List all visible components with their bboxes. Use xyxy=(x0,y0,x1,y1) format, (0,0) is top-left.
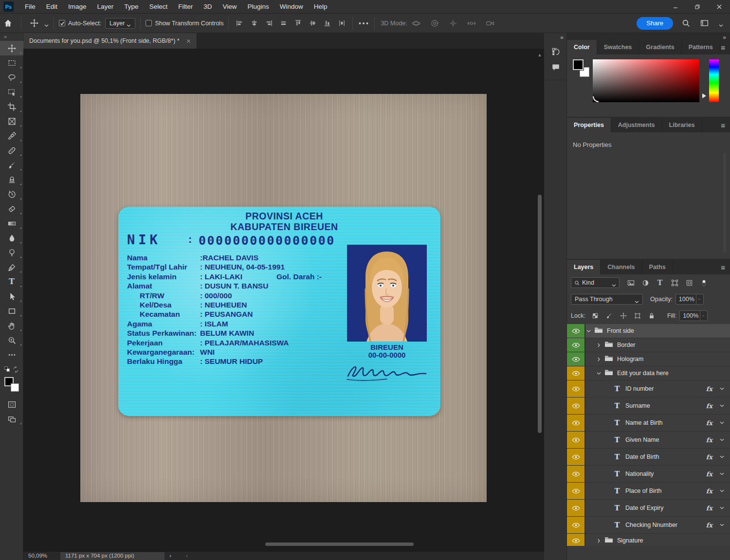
chevron-down-icon[interactable] xyxy=(44,22,49,25)
lock-all-icon[interactable] xyxy=(647,311,657,321)
vertical-scrollbar[interactable]: ▲ xyxy=(537,54,542,541)
layer-name[interactable]: Hologram xyxy=(617,356,643,362)
zoom-level-value[interactable]: 50,09% xyxy=(28,553,47,559)
hand-tool[interactable] xyxy=(0,318,23,333)
history-panel-icon[interactable] xyxy=(544,44,567,59)
lock-move-icon[interactable] xyxy=(619,311,628,321)
3d-slide-icon[interactable] xyxy=(466,18,477,29)
move-tool-preset-icon[interactable] xyxy=(26,19,42,27)
layer-row[interactable]: TNationalityfx xyxy=(567,466,730,483)
layer-name[interactable]: Signature xyxy=(617,537,643,544)
share-button[interactable]: Share xyxy=(637,17,673,30)
filter-shape-icon[interactable] xyxy=(669,277,680,288)
document-image[interactable]: PROVINSI ACEH KABUPATEN BIREUEN NIK : 00… xyxy=(80,94,487,502)
layer-name[interactable]: ID number xyxy=(625,385,654,392)
object-selection-tool[interactable] xyxy=(0,85,23,99)
layer-effects-badge[interactable]: fx xyxy=(706,402,712,410)
default-colors-icon[interactable] xyxy=(4,366,11,375)
search-icon[interactable] xyxy=(680,18,692,29)
layer-row[interactable]: Border xyxy=(567,338,730,352)
align-center-h-icon[interactable] xyxy=(248,18,260,29)
panel-menu-icon[interactable]: ≡ xyxy=(721,121,725,129)
layer-visibility-toggle[interactable] xyxy=(567,324,585,338)
tab-patterns[interactable]: Patterns xyxy=(682,40,720,54)
layer-name[interactable]: Date of Birth xyxy=(625,453,659,460)
vertical-scroll-thumb[interactable] xyxy=(538,195,542,433)
hue-slider[interactable] xyxy=(709,59,719,102)
filter-adjust-icon[interactable] xyxy=(640,277,651,288)
filter-smart-icon[interactable] xyxy=(684,277,694,288)
minimize-button[interactable] xyxy=(664,0,686,13)
eraser-tool[interactable] xyxy=(0,201,23,216)
layer-effects-badge[interactable]: fx xyxy=(706,505,712,512)
layer-effects-badge[interactable]: fx xyxy=(706,419,712,427)
layer-row[interactable]: Edit your data here xyxy=(567,366,730,380)
auto-select-target-dropdown[interactable]: Layer xyxy=(105,18,135,29)
healing-brush-tool[interactable] xyxy=(0,143,23,158)
menu-type[interactable]: Type xyxy=(119,0,144,14)
tab-color[interactable]: Color xyxy=(567,40,597,54)
layer-effects-badge[interactable]: fx xyxy=(706,522,712,529)
layer-row[interactable]: TPlace of Birthfx xyxy=(567,483,730,500)
menu-layer[interactable]: Layer xyxy=(92,0,119,14)
3d-pan-icon[interactable] xyxy=(447,18,459,29)
chevron-down-icon[interactable] xyxy=(720,404,724,407)
layer-effects-badge[interactable]: fx xyxy=(706,385,712,393)
move-tool[interactable] xyxy=(0,41,23,55)
layer-name[interactable]: Front side xyxy=(607,327,634,334)
align-left-icon[interactable] xyxy=(234,18,245,29)
toggle-pin-icon[interactable] xyxy=(698,277,709,288)
layer-visibility-toggle[interactable] xyxy=(567,432,585,448)
layer-effects-badge[interactable]: fx xyxy=(706,470,712,478)
3d-camera-icon[interactable] xyxy=(484,18,496,29)
layer-row[interactable]: Front side xyxy=(567,324,730,338)
layer-name[interactable]: Nationality xyxy=(625,470,654,477)
expand-dock-icon[interactable]: » xyxy=(723,34,726,41)
layer-name[interactable]: Surname xyxy=(625,402,650,409)
path-selection-tool[interactable] xyxy=(0,289,23,304)
chevron-down-icon[interactable] xyxy=(720,489,724,492)
show-transform-checkbox[interactable]: Show Transform Controls xyxy=(146,20,223,27)
layer-effects-badge[interactable]: fx xyxy=(706,488,712,495)
layer-visibility-toggle[interactable] xyxy=(567,500,585,516)
opacity-input[interactable]: 100% xyxy=(675,294,704,305)
tab-channels[interactable]: Channels xyxy=(601,260,642,274)
zoom-tool[interactable] xyxy=(0,333,23,347)
menu-edit[interactable]: Edit xyxy=(41,0,63,14)
layer-row[interactable]: TName at Birthfx xyxy=(567,415,730,432)
chevron-down-icon[interactable] xyxy=(720,387,724,390)
align-right-icon[interactable] xyxy=(263,18,274,29)
menu-view[interactable]: View xyxy=(217,0,242,14)
align-strip-icon[interactable] xyxy=(277,18,289,29)
type-tool[interactable]: T xyxy=(0,274,23,289)
history-brush-tool[interactable] xyxy=(0,187,23,201)
layer-visibility-toggle[interactable] xyxy=(567,483,585,499)
menu-window[interactable]: Window xyxy=(274,0,309,14)
layer-effects-badge[interactable]: fx xyxy=(706,453,712,461)
chevron-down-icon[interactable] xyxy=(720,506,724,509)
panel-scrollbar[interactable] xyxy=(723,153,726,253)
chevron-right-icon[interactable] xyxy=(597,343,602,347)
layer-name[interactable]: Name at Birth xyxy=(625,419,662,426)
menu-filter[interactable]: Filter xyxy=(173,0,198,14)
filter-pixel-icon[interactable] xyxy=(625,277,636,288)
3d-orbit-icon[interactable] xyxy=(410,18,422,29)
swap-colors-icon[interactable] xyxy=(13,366,19,375)
auto-select-checkbox[interactable]: Auto-Select: xyxy=(59,20,101,27)
layer-visibility-toggle[interactable] xyxy=(567,466,585,482)
screen-mode-tool[interactable] xyxy=(0,412,23,426)
layer-name[interactable]: Checking Nnumber xyxy=(625,522,677,528)
layer-row[interactable]: TChecking Nnumberfx xyxy=(567,517,730,534)
layer-row[interactable]: TGiven Namefx xyxy=(567,432,730,449)
layer-visibility-toggle[interactable] xyxy=(567,380,585,397)
layer-row[interactable]: Signature xyxy=(567,534,730,546)
clone-stamp-tool[interactable] xyxy=(0,172,23,187)
close-icon[interactable] xyxy=(186,39,191,43)
layer-name[interactable]: Date of Expiry xyxy=(625,505,664,511)
frame-tool[interactable] xyxy=(0,114,23,128)
chevron-down-icon[interactable] xyxy=(720,455,724,458)
layer-visibility-toggle[interactable] xyxy=(567,338,585,352)
saturation-brightness-field[interactable] xyxy=(593,59,699,102)
tab-paths[interactable]: Paths xyxy=(642,260,673,274)
eyedropper-tool[interactable] xyxy=(0,128,23,143)
